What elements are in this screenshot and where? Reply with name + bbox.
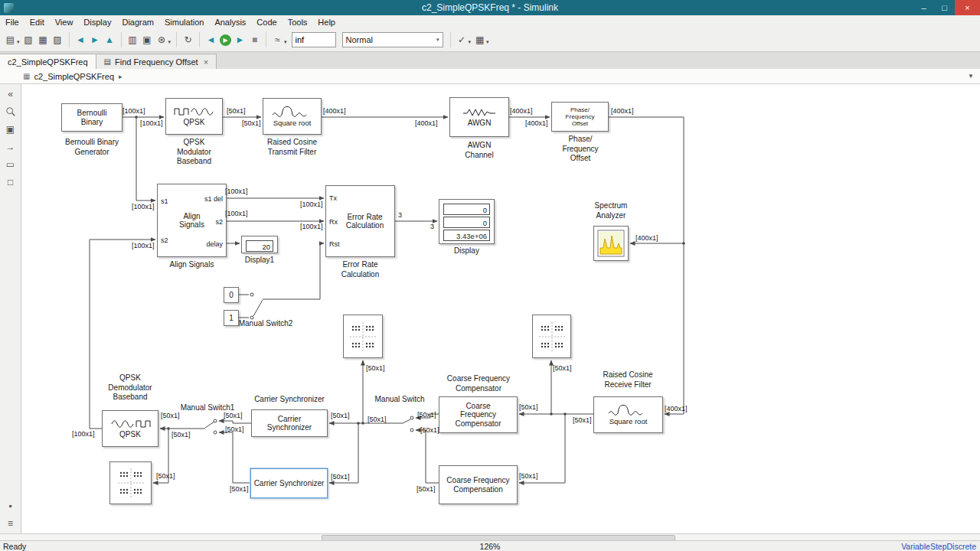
annotation-icon[interactable]: ▭	[3, 157, 18, 172]
qpsk-modulator-block[interactable]: QPSK	[165, 98, 223, 135]
dropdown-caret-icon[interactable]: ▾	[486, 39, 489, 45]
signal-dimension-label: [50x1]	[368, 416, 387, 423]
signal-dimension-label: [50x1]	[224, 412, 243, 419]
menu-view[interactable]: View	[50, 17, 79, 28]
constant-0-block[interactable]: 0	[224, 287, 239, 303]
menu-tools[interactable]: Tools	[283, 17, 313, 28]
navigate-back-icon[interactable]: ◄	[74, 33, 87, 47]
dropdown-caret-icon[interactable]: ▾	[17, 39, 20, 45]
palette-sidebar: « ▣ → ▭ □ ▪ ≡	[0, 84, 21, 533]
menu-code[interactable]: Code	[251, 17, 282, 28]
simulation-mode-select[interactable]: Normal ▾	[342, 32, 443, 47]
breadcrumb-model-name[interactable]: c2_SimpleQPSKFreq	[34, 72, 114, 81]
solver-name[interactable]: VariableStepDiscrete	[901, 542, 976, 551]
menu-help[interactable]: Help	[312, 17, 341, 28]
breadcrumb-dropdown-icon[interactable]: ▼	[968, 73, 974, 80]
simulation-stop-time-input[interactable]	[292, 32, 336, 47]
manual-switch-block[interactable]	[395, 412, 417, 436]
tab-c2-simpleqpskfreq[interactable]: c2_SimpleQPSKFreq	[0, 54, 96, 69]
error-rate-calculation-block[interactable]: Tx Rx Rst Error Rate Calculation	[325, 185, 395, 257]
carrier-synchronizer2-block[interactable]: Carrier Synchronizer	[250, 468, 328, 498]
save-model-icon[interactable]: ▦	[37, 33, 50, 47]
navigate-up-icon[interactable]: ▲	[103, 33, 116, 47]
constellation-icon	[537, 320, 567, 354]
noise-icon	[461, 107, 498, 118]
new-model-icon[interactable]: ▤	[4, 33, 17, 47]
align-signals-block[interactable]: s1 s2 s1 del s2 delay Align Signals	[157, 184, 227, 257]
carrier-synchronizer-block[interactable]: Carrier Synchronizer	[251, 409, 328, 437]
menu-file[interactable]: File	[0, 17, 24, 28]
coarse-frequency-compensation2-block[interactable]: Coarse Frequency Compensation	[439, 465, 518, 504]
display1-block[interactable]: 20	[241, 236, 278, 253]
model-canvas[interactable]: Bernoulli Binary Bernoulli Binary Genera…	[21, 84, 980, 533]
maximize-button-icon[interactable]: □	[934, 0, 955, 15]
raised-cosine-receive-filter-block[interactable]: Square root	[593, 396, 663, 433]
stop-simulation-icon[interactable]: ■	[248, 33, 261, 47]
port-label-s1: s1	[161, 197, 168, 205]
close-button-icon[interactable]: ×	[955, 0, 980, 15]
signal-dimension-label: [100x1]	[72, 430, 95, 438]
breadcrumb-bar: ▦ c2_SimpleQPSKFreq ▸ ▼	[0, 69, 980, 84]
model-advisor-check-icon[interactable]: ✓	[456, 33, 469, 47]
zoom-level: 126%	[0, 542, 980, 551]
area-box-icon[interactable]: □	[3, 174, 18, 190]
constellation-diagram-block[interactable]	[343, 315, 383, 358]
print-icon[interactable]: ▨	[51, 33, 64, 47]
zoom-icon[interactable]	[3, 104, 18, 119]
block-label: QPSK Demodulator Baseband	[84, 373, 176, 403]
constellation-icon	[116, 466, 146, 500]
simulation-display-icon[interactable]: ≈	[271, 33, 284, 47]
block-text: Phase/ Frequency Offset	[566, 106, 595, 127]
horizontal-scrollbar[interactable]	[0, 533, 980, 540]
spectrum-icon	[597, 230, 625, 257]
bernoulli-binary-generator-block[interactable]: Bernoulli Binary	[61, 103, 122, 132]
dropdown-caret-icon[interactable]: ▾	[469, 39, 472, 45]
dropdown-caret-icon[interactable]: ▾	[284, 39, 287, 45]
display-value: 20	[246, 240, 273, 252]
manual-switch2-block[interactable]	[247, 285, 268, 324]
toolbar-separator	[199, 32, 200, 47]
port-label-rst: Rst	[329, 240, 340, 248]
step-forward-icon[interactable]: ►	[234, 33, 247, 47]
awgn-channel-block[interactable]: AWGN	[449, 97, 509, 137]
port-label-tx: Tx	[329, 194, 337, 202]
settings-gear-icon[interactable]: ⊛	[155, 33, 168, 47]
minimize-button-icon[interactable]: –	[913, 0, 934, 15]
port-label-s1del: s1 del	[204, 195, 223, 203]
model-configuration-icon[interactable]: ▣	[141, 33, 154, 47]
build-grid-icon[interactable]: ▦	[473, 33, 486, 47]
library-browser-icon[interactable]: ▥	[126, 33, 139, 47]
constellation-diagram-block[interactable]	[532, 315, 571, 358]
tab-find-frequency-offset[interactable]: ▤ Find Frequency Offset ×	[96, 54, 217, 69]
menu-diagram[interactable]: Diagram	[116, 17, 159, 28]
open-model-icon[interactable]: ▧	[22, 33, 35, 47]
step-back-icon[interactable]: ◄	[204, 33, 217, 47]
model-data-icon[interactable]: ≡	[3, 516, 18, 531]
navigate-forward-icon[interactable]: ►	[89, 33, 102, 47]
coarse-frequency-compensator-block[interactable]: Coarse Frequency Compensator	[439, 396, 518, 433]
model-browser-icon[interactable]: ▪	[3, 498, 18, 514]
signal-dimension-label: [100x1]	[132, 242, 155, 249]
phase-frequency-offset-block[interactable]: Phase/ Frequency Offset	[551, 102, 609, 132]
spectrum-analyzer-block[interactable]	[593, 226, 629, 261]
menu-display[interactable]: Display	[78, 17, 116, 28]
raised-cosine-transmit-filter-block[interactable]: Square root	[263, 98, 322, 135]
dropdown-caret-icon[interactable]: ▾	[168, 39, 172, 45]
dropdown-caret-icon: ▾	[436, 37, 439, 43]
signal-dimension-label: [50x1]	[519, 472, 538, 480]
model-tab-bar: c2_SimpleQPSKFreq ▤ Find Frequency Offse…	[0, 52, 980, 70]
run-simulation-icon[interactable]: ▶	[220, 34, 231, 46]
forward-arrow-icon[interactable]: →	[3, 139, 18, 155]
menu-edit[interactable]: Edit	[24, 17, 50, 28]
tab-close-icon[interactable]: ×	[204, 57, 208, 67]
constellation-diagram-block[interactable]	[109, 461, 152, 504]
qpsk-demodulator-block[interactable]: QPSK	[102, 410, 158, 447]
manual-switch1-block[interactable]	[200, 413, 222, 438]
menu-simulation[interactable]: Simulation	[159, 17, 209, 28]
screenshot-frame-icon[interactable]: ▣	[3, 122, 18, 137]
menu-analysis[interactable]: Analysis	[209, 17, 251, 28]
display-block[interactable]: 0 0 3.43e+06	[439, 199, 495, 244]
block-text: Square root	[273, 119, 312, 128]
hide-browser-icon[interactable]: «	[3, 86, 18, 102]
update-diagram-icon[interactable]: ↻	[181, 33, 194, 47]
